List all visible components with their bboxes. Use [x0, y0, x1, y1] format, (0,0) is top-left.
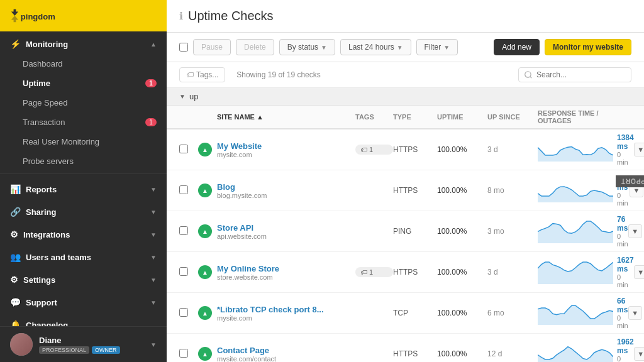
reports-label: Reports	[26, 185, 57, 194]
support-chevron: ▼	[150, 299, 157, 306]
sidebar-item-page-speed[interactable]: Page Speed	[0, 93, 167, 112]
logo-area: pingdom	[0, 0, 167, 31]
uptime-5: 100.00%	[437, 349, 487, 358]
reports-group[interactable]: 📊 Reports ▼	[0, 177, 167, 199]
uptime-3: 100.00%	[437, 268, 487, 277]
sparkline-0	[538, 136, 613, 163]
monitoring-label: Monitoring	[26, 40, 68, 49]
row-action-btn-0[interactable]: ▼	[634, 143, 644, 156]
sparkline-4	[538, 300, 613, 327]
row-action-btn-2[interactable]: ▼	[628, 224, 642, 238]
site-name-5[interactable]: Contact Page	[217, 346, 355, 355]
tags-button[interactable]: 🏷 Tags...	[179, 67, 225, 82]
page-header: ℹ Uptime Checks	[167, 0, 644, 33]
showing-text: Showing 19 of 19 checks	[236, 70, 320, 79]
sidebar-item-transaction[interactable]: Transaction 1	[0, 112, 167, 132]
status-icon-2: ▲	[202, 228, 208, 235]
row-action-btn-4[interactable]: ▼	[628, 306, 642, 320]
uptime-2: 100.00%	[437, 227, 487, 236]
col-uptime[interactable]: UPTIME	[437, 113, 487, 121]
transaction-badge: 1	[145, 118, 157, 126]
col-tags[interactable]: TAGS	[355, 113, 393, 121]
row-checkbox-5[interactable]	[179, 349, 188, 358]
sidebar-item-rum[interactable]: Real User Monitoring	[0, 132, 167, 151]
row-checkbox-1[interactable]	[179, 185, 188, 194]
col-up-since[interactable]: UP SINCE	[487, 113, 538, 121]
settings-group[interactable]: ⚙ Settings ▼	[0, 267, 167, 290]
monitoring-group[interactable]: ⚡ Monitoring ▲	[0, 31, 167, 54]
dashboard-label: Dashboard	[23, 59, 63, 69]
site-url-5: mysite.com/contact	[217, 355, 355, 363]
probe-label: Probe servers	[23, 156, 74, 166]
users-chevron: ▼	[150, 254, 157, 261]
support-tab[interactable]: SUPPORT	[616, 175, 644, 187]
settings-icon: ⚙	[10, 275, 18, 285]
row-checkbox-0[interactable]	[179, 145, 188, 153]
toolbar: Pause Delete By status ▼ Last 24 hours ▼…	[167, 33, 644, 62]
last24-chevron: ▼	[397, 44, 403, 51]
site-name-1[interactable]: Blog	[217, 182, 355, 192]
outages-1: 0 min	[617, 192, 630, 207]
select-all-checkbox[interactable]	[179, 43, 188, 52]
status-icon-5: ▲	[202, 351, 208, 358]
changelog-label: Changelog	[26, 321, 68, 327]
table-row: ▲ *Librato TCP check port 8... mysite.co…	[167, 293, 644, 334]
site-name-2[interactable]: Store API	[217, 223, 355, 233]
sharing-label: Sharing	[26, 207, 56, 217]
group-row-up: ▼ up	[167, 88, 644, 106]
sparkline-2	[538, 218, 613, 245]
row-checkbox-2[interactable]	[179, 226, 188, 235]
status-icon-4: ▲	[202, 310, 208, 317]
response-time-2: 76 ms	[617, 215, 628, 233]
changelog-group[interactable]: 🔔 Changelog	[0, 312, 167, 326]
add-new-button[interactable]: Add new	[494, 39, 540, 55]
col-site-name[interactable]: SITE NAME ▲	[217, 113, 355, 121]
last-24-button[interactable]: Last 24 hours ▼	[340, 39, 411, 55]
sidebar-nav: ⚡ Monitoring ▲ Dashboard Uptime 1 Page S…	[0, 31, 167, 326]
footer-chevron[interactable]: ▼	[150, 341, 157, 348]
sharing-group[interactable]: 🔗 Sharing ▼	[0, 199, 167, 222]
search-input[interactable]	[518, 67, 631, 82]
users-teams-group[interactable]: 👥 Users and teams ▼	[0, 244, 167, 267]
uptime-badge: 1	[145, 79, 157, 87]
page-title: Uptime Checks	[188, 9, 274, 23]
sharing-chevron: ▼	[150, 209, 157, 216]
row-action-btn-5[interactable]: ▼	[634, 347, 644, 361]
col-type[interactable]: TYPE	[393, 113, 437, 121]
site-name-0[interactable]: My Website	[217, 141, 355, 151]
pause-button[interactable]: Pause	[193, 39, 231, 55]
type-0: HTTPS	[393, 145, 437, 154]
sidebar-item-uptime[interactable]: Uptime 1	[0, 74, 167, 93]
delete-button[interactable]: Delete	[236, 39, 274, 55]
sidebar-item-probe[interactable]: Probe servers	[0, 151, 167, 171]
sort-icon: ▲	[257, 113, 264, 121]
row-checkbox-4[interactable]	[179, 308, 188, 317]
table-row: ▲ Blog blog.mysite.com HTTPS 100.00% 8 m…	[167, 170, 644, 211]
tag-icon: 🏷	[360, 268, 367, 276]
monitor-my-website-button[interactable]: Monitor my website	[545, 39, 631, 55]
tag-badge: 🏷1	[355, 267, 393, 277]
table-row: ▲ My Online Store store.website.com 🏷1 H…	[167, 252, 644, 293]
row-checkbox-3[interactable]	[179, 267, 188, 276]
status-indicator-3: ▲	[198, 265, 212, 279]
row-action-btn-3[interactable]: ▼	[634, 265, 644, 279]
up-since-4: 6 mo	[487, 309, 538, 317]
filter-button[interactable]: Filter ▼	[416, 39, 458, 55]
sidebar-footer: Diane PROFESSIONAL OWNER ▼	[0, 326, 167, 362]
group-chevron[interactable]: ▼	[179, 93, 186, 100]
site-name-3[interactable]: My Online Store	[217, 264, 355, 273]
integrations-label: Integrations	[23, 230, 70, 239]
uptime-4: 100.00%	[437, 309, 487, 317]
up-since-1: 8 mo	[487, 186, 538, 195]
tag-badge: 🏷1	[355, 145, 393, 155]
by-status-button[interactable]: By status ▼	[279, 39, 335, 55]
site-name-4[interactable]: *Librato TCP check port 8...	[217, 305, 355, 314]
sidebar-item-dashboard[interactable]: Dashboard	[0, 54, 167, 74]
sharing-icon: 🔗	[10, 207, 21, 217]
tag-icon: 🏷	[360, 146, 367, 153]
support-group[interactable]: 💬 Support ▼	[0, 290, 167, 312]
integrations-icon: ⚙	[10, 229, 18, 239]
integrations-group[interactable]: ⚙ Integrations ▼	[0, 222, 167, 244]
up-since-3: 3 d	[487, 268, 538, 277]
col-response[interactable]: RESPONSE TIME / OUTAGES	[538, 109, 613, 124]
